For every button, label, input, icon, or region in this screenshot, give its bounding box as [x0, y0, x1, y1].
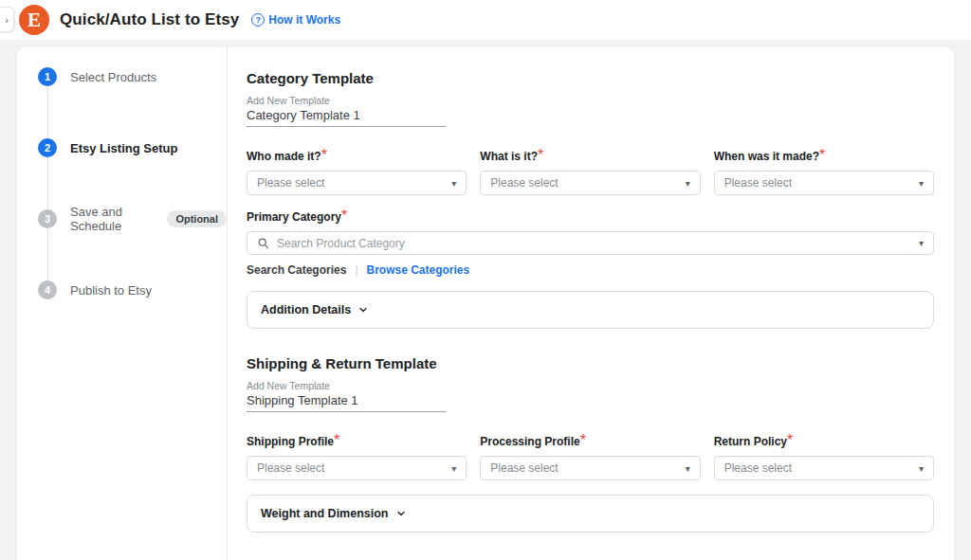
- chevron-down-icon: ▾: [919, 463, 924, 474]
- step-3-circle: 3: [38, 209, 57, 228]
- category-template-name-field: Add New Template: [247, 95, 446, 127]
- optional-badge: Optional: [167, 210, 227, 227]
- step-1-label: Select Products: [70, 70, 156, 84]
- stepper-item-etsy-listing-setup[interactable]: 2 Etsy Listing Setup: [38, 138, 227, 157]
- etsy-logo-icon: E: [19, 5, 49, 35]
- processing-profile-label: Processing Profile: [480, 435, 579, 448]
- stepper-item-save-and-schedule[interactable]: 3 Save and Schedule Optional: [38, 209, 227, 228]
- stepper-item-select-products[interactable]: 1 Select Products: [38, 67, 227, 86]
- required-asterisk: *: [341, 208, 347, 224]
- chevron-down-icon: ▾: [686, 178, 690, 189]
- category-template-name-input[interactable]: [247, 106, 446, 127]
- add-new-template-label: Add New Template: [247, 95, 446, 106]
- shipping-template-name-field: Add New Template: [247, 380, 446, 412]
- chevron-down-icon: ▾: [451, 463, 456, 474]
- required-asterisk: *: [819, 147, 825, 163]
- content-card: 1 Select Products 2 Etsy Listing Setup 3…: [17, 47, 954, 560]
- step-4-label: Publish to Etsy: [70, 283, 152, 298]
- category-template-heading: Category Template: [247, 70, 934, 86]
- who-made-it-field: Who made it?* Please select ▾: [247, 147, 467, 195]
- weight-and-dimension-label: Weight and Dimension: [261, 507, 389, 520]
- chevron-right-icon: ›: [5, 14, 9, 26]
- chevron-down-icon: ▾: [686, 463, 690, 474]
- shipping-profile-label: Shipping Profile: [247, 435, 334, 448]
- step-3-label: Save and Schedule: [70, 205, 158, 233]
- when-was-it-made-select[interactable]: Please select ▾: [714, 171, 934, 195]
- chevron-down-icon: ▾: [919, 238, 924, 248]
- what-is-it-label: What is it?: [480, 150, 538, 163]
- what-is-it-field: What is it?* Please select ▾: [480, 147, 700, 195]
- primary-category-label: Primary Category: [247, 210, 341, 224]
- primary-category-field: Primary Category* ▾ Search Categories | …: [247, 208, 934, 277]
- required-asterisk: *: [321, 147, 327, 163]
- shipping-profile-select[interactable]: Please select ▾: [247, 456, 467, 480]
- browse-categories-link[interactable]: Browse Categories: [367, 263, 470, 277]
- shipping-selects-row: Shipping Profile* Please select ▾ Proces…: [247, 432, 934, 480]
- step-connector: [47, 157, 48, 209]
- link-divider: |: [355, 263, 357, 277]
- add-new-template-label: Add New Template: [247, 380, 446, 391]
- primary-category-search-input[interactable]: [277, 237, 911, 250]
- who-made-it-select[interactable]: Please select ▾: [247, 171, 467, 195]
- required-asterisk: *: [580, 432, 586, 448]
- category-selects-row: Who made it?* Please select ▾ What is it…: [247, 147, 934, 195]
- shipping-return-heading: Shipping & Return Template: [247, 355, 934, 371]
- required-asterisk: *: [538, 147, 543, 163]
- page-title: Quick/Auto List to Etsy: [60, 10, 239, 29]
- category-links-row: Search Categories | Browse Categories: [247, 263, 934, 277]
- sidebar-expand-button[interactable]: ›: [0, 7, 14, 32]
- step-connector: [47, 86, 48, 138]
- stepper-item-publish-to-etsy[interactable]: 4 Publish to Etsy: [38, 280, 227, 299]
- search-icon: [257, 237, 269, 249]
- how-it-works-link[interactable]: ? How it Works: [251, 13, 340, 27]
- addition-details-label: Addition Details: [261, 303, 351, 316]
- processing-profile-field: Processing Profile* Please select ▾: [480, 432, 700, 480]
- step-2-circle: 2: [38, 138, 57, 157]
- shipping-template-name-input[interactable]: [247, 391, 446, 412]
- processing-profile-select[interactable]: Please select ▾: [480, 456, 700, 480]
- chevron-down-icon: ▾: [919, 178, 924, 189]
- step-2-label: Etsy Listing Setup: [70, 141, 177, 155]
- when-was-it-made-label: When was it made?: [714, 150, 819, 163]
- chevron-down-icon: [395, 508, 407, 519]
- shipping-profile-field: Shipping Profile* Please select ▾: [247, 432, 467, 480]
- how-it-works-label: How it Works: [268, 13, 340, 27]
- step-4-circle: 4: [38, 280, 57, 299]
- stepper-sidebar: 1 Select Products 2 Etsy Listing Setup 3…: [17, 47, 228, 560]
- return-policy-label: Return Policy: [714, 435, 787, 448]
- chevron-down-icon: [357, 304, 369, 316]
- required-asterisk: *: [787, 432, 793, 448]
- step-1-circle: 1: [38, 67, 57, 86]
- weight-and-dimension-accordion[interactable]: Weight and Dimension: [247, 495, 934, 533]
- when-was-it-made-field: When was it made?* Please select ▾: [714, 147, 934, 195]
- what-is-it-select[interactable]: Please select ▾: [480, 171, 700, 195]
- app-header: › E Quick/Auto List to Etsy ? How it Wor…: [0, 0, 971, 40]
- primary-category-search-select[interactable]: ▾: [247, 231, 934, 255]
- question-mark-icon: ?: [251, 13, 265, 27]
- required-asterisk: *: [334, 432, 339, 448]
- return-policy-field: Return Policy* Please select ▾: [714, 432, 934, 480]
- chevron-down-icon: ▾: [451, 178, 456, 189]
- listing-setup-form: Category Template Add New Template Who m…: [228, 47, 954, 560]
- step-connector: [47, 228, 48, 280]
- return-policy-select[interactable]: Please select ▾: [714, 456, 934, 480]
- who-made-it-label: Who made it?: [247, 150, 321, 163]
- search-categories-tab[interactable]: Search Categories: [247, 263, 346, 277]
- addition-details-accordion[interactable]: Addition Details: [247, 291, 934, 329]
